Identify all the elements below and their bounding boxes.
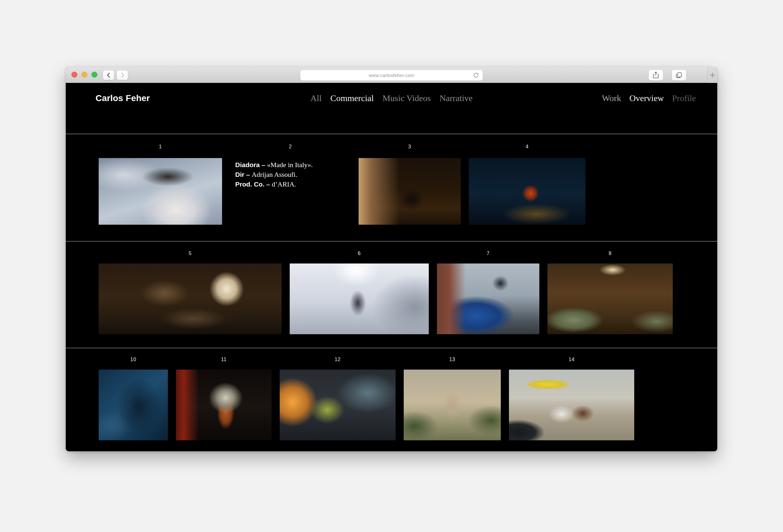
gallery-item: 6: [290, 251, 429, 334]
gallery-item: 12: [280, 357, 396, 440]
new-tab-button[interactable]: [707, 67, 717, 83]
tabs-icon: [675, 71, 683, 79]
forward-button[interactable]: [117, 70, 128, 80]
gallery-item: 13: [404, 357, 501, 440]
gallery-item: 2 Diadora – «Made in Italy». Dir – Adrij…: [230, 144, 350, 189]
gallery-item: 4: [469, 144, 585, 225]
item-number: 13: [404, 357, 501, 363]
gallery-row-1: 1 2 Diadora – «Made in Italy». Dir – Adr…: [66, 134, 717, 241]
project-caption[interactable]: Diadora – «Made in Italy». Dir – Adrijan…: [230, 158, 350, 189]
nav-work[interactable]: Work: [602, 93, 621, 103]
address-bar[interactable]: www.carlosfeher.com: [300, 69, 483, 81]
thumbnail-7[interactable]: [437, 264, 539, 334]
browser-window: www.carlosfeher.com: [66, 67, 717, 451]
chevron-left-icon: [105, 72, 112, 78]
item-number: 11: [176, 357, 272, 363]
gallery-item: 3: [358, 144, 461, 225]
zoom-window-button[interactable]: [91, 72, 97, 77]
thumbnail-6[interactable]: [290, 264, 429, 334]
caption-value: «Made in Italy».: [267, 161, 313, 169]
thumbnail-11[interactable]: [176, 370, 272, 440]
close-window-button[interactable]: [71, 72, 77, 77]
thumbnail-3[interactable]: [358, 158, 461, 225]
thumbnail-1[interactable]: [99, 158, 222, 225]
caption-line: Dir – Adrijan Assoufi.: [235, 170, 350, 179]
site-header: Carlos Feher All Commercial Music Videos…: [66, 83, 717, 134]
traffic-lights: [71, 72, 97, 77]
caption-label: Prod. Co. –: [235, 180, 270, 188]
minimize-window-button[interactable]: [82, 72, 87, 77]
item-number: 2: [230, 144, 350, 150]
browser-chrome: www.carlosfeher.com: [66, 67, 717, 83]
category-nav: All Commercial Music Videos Narrative: [310, 93, 473, 103]
item-number: 1: [99, 144, 222, 150]
chevron-right-icon: [119, 72, 126, 78]
site-logo[interactable]: Carlos Feher: [96, 93, 150, 103]
thumbnail-12[interactable]: [280, 370, 396, 440]
nav-overview[interactable]: Overview: [629, 93, 664, 103]
item-number: 6: [290, 251, 429, 257]
gallery-row-3: 10 11 12 13 14: [66, 348, 717, 451]
item-number: 12: [280, 357, 396, 363]
nav-music-videos[interactable]: Music Videos: [382, 93, 431, 103]
caption-line: Diadora – «Made in Italy».: [235, 160, 350, 170]
gallery-item: 8: [547, 251, 673, 334]
back-button[interactable]: [103, 70, 114, 80]
gallery-item: 14: [509, 357, 634, 440]
caption-value: Adrijan Assoufi.: [252, 171, 297, 178]
share-button[interactable]: [648, 69, 663, 81]
item-number: 8: [547, 251, 673, 257]
caption-label: Diadora –: [235, 161, 265, 168]
item-number: 7: [437, 251, 539, 257]
gallery-item: 7: [437, 251, 539, 334]
caption-line: Prod. Co. – d’ARIA.: [235, 179, 350, 189]
nav-profile[interactable]: Profile: [672, 93, 696, 103]
item-number: 4: [469, 144, 585, 150]
item-number: 14: [509, 357, 634, 363]
history-buttons: [103, 70, 128, 80]
share-icon: [652, 71, 659, 79]
gallery-item: 1: [99, 144, 222, 225]
thumbnail-10[interactable]: [99, 370, 168, 440]
portfolio-page: Carlos Feher All Commercial Music Videos…: [66, 83, 717, 451]
section-nav: Work Overview Profile: [602, 93, 696, 103]
gallery-row-2: 5 6 7 8: [66, 241, 717, 348]
gallery-item: 11: [176, 357, 272, 440]
caption-value: d’ARIA.: [272, 180, 296, 188]
gallery-item: 10: [99, 357, 168, 440]
item-number: 5: [99, 251, 282, 257]
nav-commercial[interactable]: Commercial: [331, 93, 374, 103]
item-number: 3: [358, 144, 461, 150]
thumbnail-5[interactable]: [99, 264, 282, 334]
plus-icon: [709, 72, 716, 78]
nav-narrative[interactable]: Narrative: [439, 93, 473, 103]
show-tabs-button[interactable]: [671, 69, 687, 81]
gallery-item: 5: [99, 251, 282, 334]
thumbnail-13[interactable]: [404, 370, 501, 440]
caption-label: Dir –: [235, 171, 250, 178]
thumbnail-4[interactable]: [469, 158, 585, 225]
thumbnail-8[interactable]: [547, 264, 673, 334]
url-text: www.carlosfeher.com: [369, 73, 414, 78]
thumbnail-14[interactable]: [509, 370, 634, 440]
reload-icon[interactable]: [473, 72, 479, 79]
item-number: 10: [99, 357, 168, 363]
nav-all[interactable]: All: [310, 93, 322, 103]
